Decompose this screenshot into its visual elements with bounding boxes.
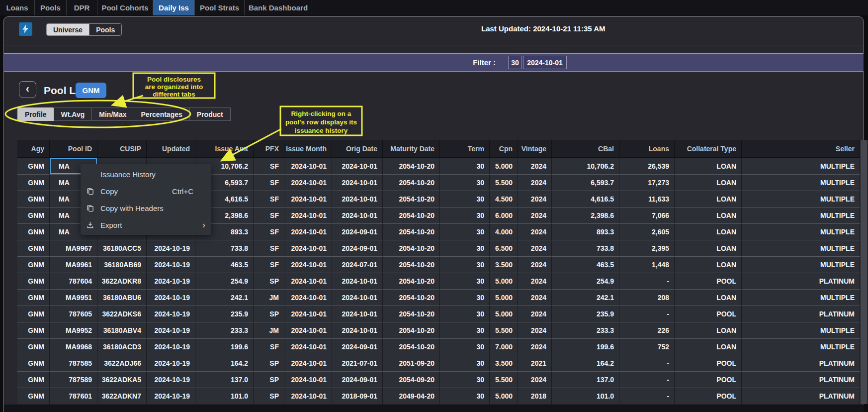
cell-r4-maturity-date[interactable]: 2054-10-20 xyxy=(383,207,440,223)
cell-r7-maturity-date[interactable]: 2054-10-20 xyxy=(383,256,440,273)
pool-tab-min-max[interactable]: Min/Max xyxy=(91,107,134,121)
cell-r2-collateral-type[interactable]: LOAN xyxy=(675,174,742,191)
cell-r10-cusip[interactable]: 3622ADKS6 xyxy=(97,306,147,322)
cell-r13-seller[interactable]: PLATINUM xyxy=(742,355,860,371)
cell-r15-issue-amt[interactable]: 101.0 xyxy=(195,388,254,404)
cell-r6-updated[interactable]: 2024-10-19 xyxy=(147,240,195,256)
cell-r9-cusip[interactable]: 36180ABU6 xyxy=(97,289,147,306)
cell-r8-seller[interactable]: PLATINUM xyxy=(742,273,860,289)
cell-r11-orig-date[interactable]: 2024-10-01 xyxy=(332,322,383,338)
cell-r10-pool-id[interactable]: 787605 xyxy=(50,306,97,322)
pool-tab-profile[interactable]: Profile xyxy=(17,107,54,121)
toggle-option-pools[interactable]: Pools xyxy=(89,24,121,35)
cell-r3-issue-month[interactable]: 2024-10-01 xyxy=(284,191,332,207)
cell-r4-cbal[interactable]: 2,398.6 xyxy=(552,207,619,223)
cell-r1-cpn[interactable]: 5.000 xyxy=(490,158,518,174)
cell-r9-agy[interactable]: GNM xyxy=(17,289,50,306)
cell-r3-term[interactable]: 30 xyxy=(440,191,490,207)
nav-tab-loans[interactable]: Loans xyxy=(0,0,35,15)
cell-r2-pfx[interactable]: SF xyxy=(254,174,284,191)
cell-r4-loans[interactable]: 7,066 xyxy=(619,207,675,223)
column-header-pool-id[interactable]: Pool ID xyxy=(50,140,97,158)
cell-r9-updated[interactable]: 2024-10-19 xyxy=(147,289,195,306)
cell-r13-maturity-date[interactable]: 2051-09-20 xyxy=(383,355,440,371)
cell-r15-cpn[interactable]: 5.000 xyxy=(490,388,518,404)
cell-r10-maturity-date[interactable]: 2054-10-20 xyxy=(383,306,440,322)
cell-r14-pool-id[interactable]: 787589 xyxy=(50,371,97,388)
pool-tab-wt-avg[interactable]: Wt.Avg xyxy=(54,107,92,121)
cell-r9-vintage[interactable]: 2024 xyxy=(518,289,552,306)
nav-tab-daily-iss[interactable]: Daily Iss xyxy=(153,0,195,15)
cell-r5-cbal[interactable]: 893.3 xyxy=(552,223,619,240)
cell-r8-loans[interactable]: - xyxy=(619,273,675,289)
cell-r11-pfx[interactable]: JM xyxy=(254,322,284,338)
cell-r11-vintage[interactable]: 2024 xyxy=(518,322,552,338)
cell-r1-orig-date[interactable]: 2024-10-01 xyxy=(332,158,383,174)
cell-r1-vintage[interactable]: 2024 xyxy=(518,158,552,174)
cell-r13-issue-amt[interactable]: 164.2 xyxy=(195,355,254,371)
cell-r6-cpn[interactable]: 6.500 xyxy=(490,240,518,256)
cell-r12-seller[interactable]: MULTIPLE xyxy=(742,338,860,355)
cell-r14-maturity-date[interactable]: 2054-09-20 xyxy=(383,371,440,388)
cell-r13-agy[interactable]: GNM xyxy=(17,355,50,371)
column-header-orig-date[interactable]: Orig Date xyxy=(332,140,383,158)
cell-r11-loans[interactable]: 226 xyxy=(619,322,675,338)
column-header-issue-amt[interactable]: Issue Amt xyxy=(195,140,254,158)
cell-r14-agy[interactable]: GNM xyxy=(17,371,50,388)
cell-r5-cpn[interactable]: 4.000 xyxy=(490,223,518,240)
cell-r14-issue-amt[interactable]: 137.0 xyxy=(195,371,254,388)
cell-r4-issue-month[interactable]: 2024-10-01 xyxy=(284,207,332,223)
cell-r10-updated[interactable]: 2024-10-19 xyxy=(147,306,195,322)
cell-r7-pool-id[interactable]: MA9961 xyxy=(50,256,97,273)
context-menu-item-copy-with-headers[interactable]: Copy with Headers xyxy=(81,200,211,216)
cell-r2-cbal[interactable]: 6,593.7 xyxy=(552,174,619,191)
cell-r11-agy[interactable]: GNM xyxy=(17,322,50,338)
cell-r12-pool-id[interactable]: MA9968 xyxy=(50,338,97,355)
cell-r12-term[interactable]: 30 xyxy=(440,338,490,355)
cell-r10-cbal[interactable]: 235.9 xyxy=(552,306,619,322)
cell-r14-vintage[interactable]: 2024 xyxy=(518,371,552,388)
cell-r7-issue-month[interactable]: 2024-10-01 xyxy=(284,256,332,273)
cell-r9-pool-id[interactable]: MA9951 xyxy=(50,289,97,306)
cell-r15-seller[interactable]: PLATINUM xyxy=(742,388,860,404)
cell-r9-term[interactable]: 30 xyxy=(440,289,490,306)
cell-r12-cpn[interactable]: 7.000 xyxy=(490,338,518,355)
nav-tab-dpr[interactable]: DPR xyxy=(67,0,97,15)
cell-r2-maturity-date[interactable]: 2054-10-20 xyxy=(383,174,440,191)
cell-r5-seller[interactable]: MULTIPLE xyxy=(742,223,860,240)
cell-r11-updated[interactable]: 2024-10-19 xyxy=(147,322,195,338)
column-header-term[interactable]: Term xyxy=(440,140,490,158)
cell-r11-collateral-type[interactable]: LOAN xyxy=(675,322,742,338)
cell-r6-seller[interactable]: MULTIPLE xyxy=(742,240,860,256)
cell-r8-pfx[interactable]: SP xyxy=(254,273,284,289)
cell-r15-pfx[interactable]: SP xyxy=(254,388,284,404)
cell-r14-issue-month[interactable]: 2024-10-01 xyxy=(284,371,332,388)
cell-r4-cpn[interactable]: 6.000 xyxy=(490,207,518,223)
cell-r11-issue-amt[interactable]: 233.3 xyxy=(195,322,254,338)
cell-r14-cusip[interactable]: 3622ADKA5 xyxy=(97,371,147,388)
cell-r14-orig-date[interactable]: 2024-09-01 xyxy=(332,371,383,388)
cell-r15-updated[interactable]: 2024-10-19 xyxy=(147,388,195,404)
cell-r2-term[interactable]: 30 xyxy=(440,174,490,191)
cell-r14-cpn[interactable]: 5.500 xyxy=(490,371,518,388)
column-header-loans[interactable]: Loans xyxy=(619,140,675,158)
cell-r4-seller[interactable]: MULTIPLE xyxy=(742,207,860,223)
cell-r6-agy[interactable]: GNM xyxy=(17,240,50,256)
cell-r7-pfx[interactable]: SF xyxy=(254,256,284,273)
cell-r1-pfx[interactable]: SF xyxy=(254,158,284,174)
cell-r1-loans[interactable]: 26,539 xyxy=(619,158,675,174)
cell-r3-collateral-type[interactable]: LOAN xyxy=(675,191,742,207)
cell-r9-maturity-date[interactable]: 2054-10-20 xyxy=(383,289,440,306)
cell-r12-loans[interactable]: 752 xyxy=(619,338,675,355)
cell-r1-cbal[interactable]: 10,706.2 xyxy=(552,158,619,174)
cell-r3-cpn[interactable]: 4.500 xyxy=(490,191,518,207)
cell-r10-orig-date[interactable]: 2024-10-01 xyxy=(332,306,383,322)
cell-r12-pfx[interactable]: SF xyxy=(254,338,284,355)
cell-r4-pfx[interactable]: SF xyxy=(254,207,284,223)
cell-r4-agy[interactable]: GNM xyxy=(17,207,50,223)
column-header-updated[interactable]: Updated xyxy=(147,140,195,158)
column-header-issue-month[interactable]: Issue Month xyxy=(284,140,332,158)
column-header-agy[interactable]: Agy xyxy=(17,140,50,158)
cell-r4-orig-date[interactable]: 2024-10-01 xyxy=(332,207,383,223)
cell-r6-issue-month[interactable]: 2024-10-01 xyxy=(284,240,332,256)
